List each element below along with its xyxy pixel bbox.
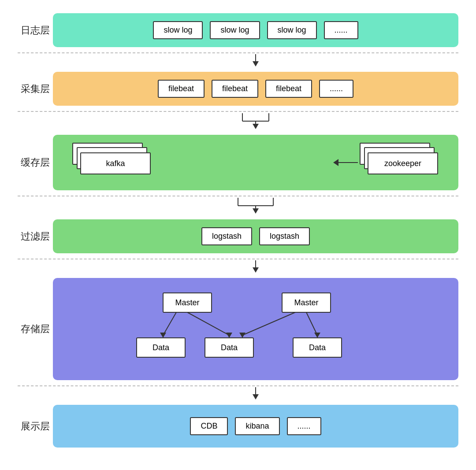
log-box: slow log slow log slow log ...... — [53, 13, 458, 47]
zoo-stack: zookeeper — [360, 143, 439, 182]
svg-marker-25 — [239, 333, 245, 338]
arrow-svg-fork — [220, 113, 291, 130]
collect-node-1: filebeat — [158, 80, 205, 98]
separator-3 — [18, 196, 458, 196]
kafka-stack: kafka — [72, 143, 152, 182]
svg-line-22 — [187, 312, 229, 335]
collect-layer: 采集层 filebeat filebeat filebeat ...... — [18, 67, 458, 110]
storage-svg: Master Master Da — [123, 289, 388, 368]
svg-marker-35 — [253, 394, 259, 400]
svg-marker-7 — [253, 124, 259, 129]
separator-1 — [18, 52, 458, 53]
svg-marker-21 — [160, 333, 166, 338]
display-nodes: CDB kibana ...... — [190, 417, 321, 435]
svg-text:Data: Data — [152, 343, 170, 352]
cache-layer: 缓存层 kafka zookeeper — [18, 130, 458, 195]
display-node-2: kibana — [235, 417, 279, 435]
collect-node-2: filebeat — [212, 80, 258, 98]
filter-node-2: logstash — [259, 227, 310, 245]
storage-label: 存储层 — [18, 322, 53, 336]
collect-box: filebeat filebeat filebeat ...... — [53, 72, 458, 106]
display-box: CDB kibana ...... — [53, 405, 458, 448]
arrow-filter-storage — [18, 260, 458, 274]
log-node-1: slow log — [153, 21, 203, 39]
svg-marker-1 — [253, 61, 259, 67]
storage-layer: 存储层 Master Master — [18, 274, 458, 385]
display-layer: 展示层 CDB kibana ...... — [18, 400, 458, 452]
collect-nodes: filebeat filebeat filebeat ...... — [158, 80, 353, 98]
svg-line-26 — [306, 312, 317, 335]
filter-layer: 过滤层 logstash logstash — [18, 215, 458, 258]
svg-text:Data: Data — [309, 343, 326, 352]
arrow-collect-cache — [18, 113, 458, 130]
collect-node-3: filebeat — [265, 80, 312, 98]
svg-marker-23 — [226, 333, 232, 338]
svg-text:Master: Master — [175, 298, 199, 307]
storage-diagram: Master Master Da — [123, 289, 388, 370]
arrow-svg-1 — [251, 54, 260, 67]
log-node-3: slow log — [267, 21, 317, 39]
filter-node-1: logstash — [201, 227, 252, 245]
cache-box: kafka zookeeper — [53, 135, 458, 190]
log-node-4: ...... — [324, 21, 358, 39]
svg-marker-13 — [253, 208, 259, 214]
arrow-left-zoo — [333, 158, 360, 167]
cache-left: kafka — [72, 143, 169, 182]
arrow-svg-fork2 — [220, 198, 291, 215]
separator-2 — [18, 111, 458, 112]
collect-label: 采集层 — [18, 82, 53, 96]
arrow-svg-3 — [251, 260, 260, 274]
log-layer: 日志层 slow log slow log slow log ...... — [18, 9, 458, 52]
arrow-svg-4 — [251, 387, 260, 400]
cache-inner: kafka zookeeper — [63, 143, 448, 182]
filter-box: logstash logstash — [53, 219, 458, 253]
arrow-log-collect — [18, 54, 458, 67]
cache-label: 缓存层 — [18, 156, 53, 169]
separator-5 — [18, 385, 458, 386]
arrow-cache-filter — [18, 197, 458, 215]
kafka-node: kafka — [80, 152, 151, 174]
storage-box: Master Master Da — [53, 278, 458, 380]
log-nodes: slow log slow log slow log ...... — [153, 21, 358, 39]
filter-nodes: logstash logstash — [201, 227, 310, 245]
display-node-1: CDB — [190, 417, 228, 435]
svg-line-24 — [242, 312, 295, 335]
svg-marker-15 — [253, 267, 259, 273]
svg-text:Data: Data — [221, 343, 238, 352]
svg-text:Master: Master — [294, 298, 318, 307]
zoo-node: zookeeper — [368, 152, 438, 174]
display-node-3: ...... — [287, 417, 321, 435]
display-label: 展示层 — [18, 420, 53, 433]
zoo-arrow-container: zookeeper — [333, 143, 439, 182]
log-label: 日志层 — [18, 24, 53, 37]
svg-marker-27 — [314, 333, 320, 338]
collect-node-4: ...... — [319, 80, 353, 98]
log-node-2: slow log — [210, 21, 260, 39]
svg-line-20 — [163, 312, 176, 335]
arrow-storage-display — [18, 387, 458, 400]
separator-4 — [18, 259, 458, 259]
filter-label: 过滤层 — [18, 230, 53, 243]
